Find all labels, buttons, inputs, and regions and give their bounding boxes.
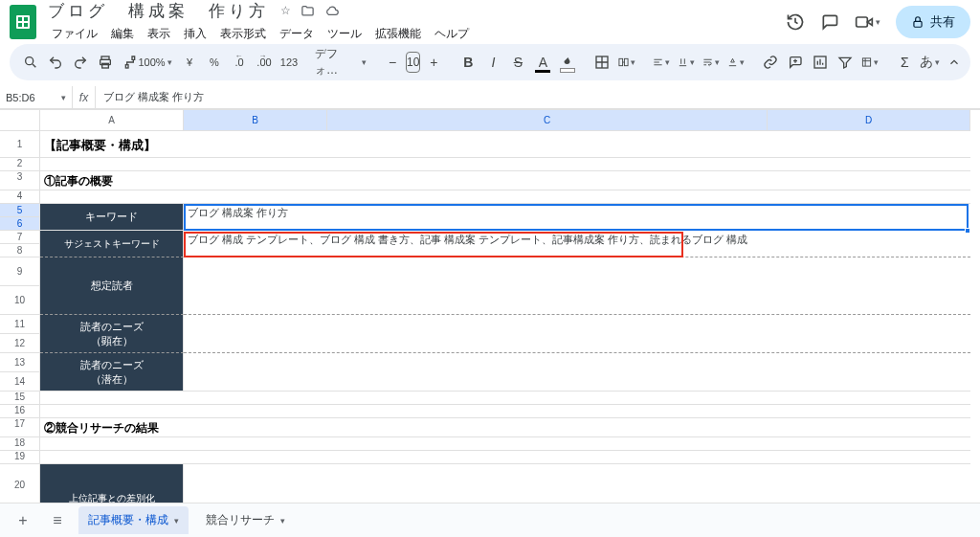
cell-A11-label[interactable]: 読者のニーズ（顕在） [40,315,184,353]
row-header-17[interactable]: 17 [0,418,40,437]
row-header-20[interactable]: 20 [0,464,40,503]
row-header-19[interactable]: 19 [0,451,40,464]
functions-button[interactable]: Σ [893,50,916,75]
font-size-decrease[interactable]: − [381,50,404,75]
cell-A5-label[interactable]: キーワード [40,204,184,231]
italic-button[interactable]: I [481,50,504,75]
col-header-A[interactable]: A [40,110,184,131]
sheet-tab-2[interactable]: 競合リサーチ▾ [196,506,295,534]
menu-tools[interactable]: ツール [322,24,368,44]
row-header-6[interactable]: 6 [0,217,40,231]
link-button[interactable] [759,50,782,75]
formula-bar[interactable]: ブログ 構成案 作り方 [96,90,980,104]
comments-icon[interactable] [820,12,839,32]
cell-A18[interactable] [40,437,970,451]
row-header-8[interactable]: 8 [0,244,40,257]
document-title[interactable]: ブログ 構成案 作り方 [46,0,271,22]
cell-A4[interactable] [40,190,970,204]
cell-A2[interactable] [40,158,970,171]
select-all-corner[interactable] [0,110,40,131]
cell-A9-label[interactable]: 想定読者 [40,257,184,315]
row-header-2[interactable]: 2 [0,158,40,171]
cell-A1[interactable]: 【記事概要・構成】 [40,131,970,158]
currency-button[interactable]: ¥ [178,50,201,75]
row-header-13[interactable]: 13 [0,353,40,372]
row-header-15[interactable]: 15 [0,392,40,405]
collapse-toolbar-icon[interactable] [943,50,966,75]
cell-A20-label[interactable]: 上位記事との差別化 [40,464,184,503]
font-size-increase[interactable]: + [422,50,445,75]
search-menus-icon[interactable] [19,50,42,75]
col-header-B[interactable]: B [184,110,327,131]
sheets-logo[interactable] [10,5,36,39]
selection-handle[interactable] [965,228,970,234]
bold-button[interactable]: B [457,50,479,75]
menu-extensions[interactable]: 拡張機能 [369,24,427,44]
col-header-C[interactable]: C [327,110,768,131]
row-header-9[interactable]: 9 [0,257,40,286]
decrease-decimal-button[interactable]: .0← [228,50,251,75]
borders-button[interactable] [590,50,613,75]
add-sheet-button[interactable]: + [10,512,36,529]
cell-B13-value[interactable] [184,353,970,392]
text-color-button[interactable]: A [531,50,554,75]
share-button[interactable]: 共有 [896,6,970,38]
menu-edit[interactable]: 編集 [105,24,140,44]
undo-icon[interactable] [44,50,67,75]
menu-view[interactable]: 表示 [142,24,176,44]
tab-menu-caret[interactable]: ▾ [174,516,179,526]
move-icon[interactable] [301,4,315,18]
cell-A15[interactable] [40,392,970,405]
col-header-D[interactable]: D [768,110,970,131]
meet-icon[interactable]: ▾ [855,12,880,32]
insert-comment-button[interactable] [784,50,807,75]
row-header-16[interactable]: 16 [0,405,40,418]
horizontal-align-button[interactable] [650,50,673,75]
text-wrap-button[interactable] [700,50,723,75]
menu-data[interactable]: データ [274,24,320,44]
cell-A3[interactable]: ①記事の概要 [40,171,970,190]
fill-color-button[interactable] [556,50,579,75]
cell-B7-value[interactable]: ブログ 構成 テンプレート、ブログ 構成 書き方、記事 構成案 テンプレート、記… [184,231,970,257]
number-format-button[interactable]: 123 [278,50,301,75]
strikethrough-button[interactable]: S [506,50,529,75]
row-header-12[interactable]: 12 [0,334,40,353]
sheet-tab-active[interactable]: 記事概要・構成▾ [78,506,189,534]
input-tools-button[interactable]: あ [918,50,941,75]
menu-file[interactable]: ファイル [46,24,103,44]
zoom-dropdown[interactable]: 100% [144,50,167,75]
tab-menu-caret-2[interactable]: ▾ [280,516,285,526]
vertical-align-button[interactable] [675,50,698,75]
row-header-1[interactable]: 1 [0,131,40,158]
cell-A13-label[interactable]: 読者のニーズ（潜在） [40,353,184,392]
filter-button[interactable] [834,50,857,75]
row-header-10[interactable]: 10 [0,286,40,315]
menu-insert[interactable]: 挿入 [178,24,212,44]
row-header-5[interactable]: 5 [0,204,40,217]
cell-A7-label[interactable]: サジェストキーワード [40,231,184,257]
cell-A16[interactable] [40,405,970,418]
cell-B5-value[interactable]: ブログ 構成案 作り方 [184,204,970,231]
history-icon[interactable] [786,12,805,32]
star-icon[interactable]: ☆ [280,4,291,18]
text-rotation-button[interactable] [724,50,747,75]
all-sheets-button[interactable]: ≡ [44,512,71,529]
font-size-input[interactable]: 10 [406,52,420,73]
cell-B9-value[interactable] [184,257,970,315]
row-header-18[interactable]: 18 [0,437,40,451]
percent-button[interactable]: % [203,50,226,75]
merge-cells-button[interactable] [615,50,638,75]
row-header-14[interactable]: 14 [0,372,40,392]
cell-B20[interactable] [184,464,970,503]
menu-help[interactable]: ヘルプ [429,24,475,44]
filter-views-button[interactable] [858,50,881,75]
row-header-3[interactable]: 3 [0,171,40,190]
print-icon[interactable] [94,50,117,75]
cell-A17[interactable]: ②競合リサーチの結果 [40,418,970,437]
name-box[interactable]: B5:D6▾ [0,86,73,108]
redo-icon[interactable] [69,50,92,75]
cell-A19[interactable] [40,451,970,464]
insert-chart-button[interactable] [809,50,832,75]
row-header-11[interactable]: 11 [0,315,40,334]
font-family-dropdown[interactable]: デフォ… [312,50,369,75]
